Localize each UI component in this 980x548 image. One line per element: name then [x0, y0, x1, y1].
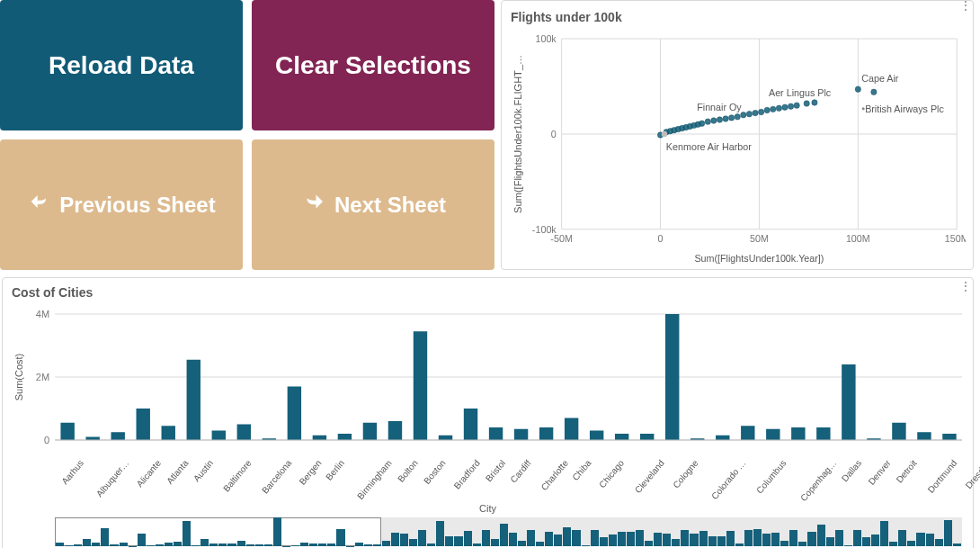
svg-text:-100k: -100k — [532, 224, 557, 235]
bar-chart-card: Cost of Cities 02M4MSum(Cost) AarhusAlbu… — [2, 277, 974, 548]
next-sheet-button[interactable]: Next Sheet — [252, 139, 494, 270]
svg-point-45 — [804, 101, 809, 106]
svg-text:Aer Lingus Plc: Aer Lingus Plc — [769, 87, 832, 98]
svg-text:Sum([FlightsUnder100k.FLIGHT_…: Sum([FlightsUnder100k.FLIGHT_… — [512, 55, 523, 213]
svg-rect-75 — [363, 423, 377, 440]
bar-category-label: Cleveland — [633, 458, 666, 495]
next-label: Next Sheet — [334, 193, 446, 218]
svg-text:100k: 100k — [535, 33, 557, 44]
bar-category-label: Alicante — [134, 458, 162, 489]
reload-label: Reload Data — [49, 51, 194, 80]
svg-point-39 — [764, 107, 770, 112]
svg-rect-86 — [640, 434, 654, 440]
bar-category-label: Bergen — [297, 458, 323, 487]
arrow-back-icon — [27, 189, 52, 220]
svg-text:0: 0 — [658, 233, 664, 244]
bar-category-label: Austin — [192, 458, 215, 483]
clear-selections-button[interactable]: Clear Selections — [252, 0, 494, 130]
svg-text:150M: 150M — [945, 233, 966, 244]
svg-point-35 — [741, 112, 746, 117]
svg-rect-69 — [212, 431, 226, 441]
svg-text:100M: 100M — [846, 233, 870, 244]
svg-rect-96 — [892, 423, 905, 440]
svg-point-46 — [812, 100, 817, 105]
bar-plot-area[interactable]: 02M4MSum(Cost) — [10, 309, 966, 453]
svg-point-31 — [717, 117, 722, 122]
svg-point-41 — [776, 105, 781, 111]
bar-category-label: Bradford — [452, 458, 482, 490]
svg-rect-65 — [111, 432, 124, 440]
svg-point-55 — [662, 131, 667, 137]
svg-rect-85 — [615, 434, 628, 440]
svg-rect-91 — [766, 429, 780, 440]
bar-category-label: Aarhus — [59, 458, 85, 486]
bar-category-label: Chicago — [597, 458, 626, 490]
svg-point-44 — [794, 103, 799, 108]
svg-rect-87 — [665, 314, 679, 440]
svg-rect-93 — [816, 427, 830, 440]
clear-label: Clear Selections — [275, 51, 471, 80]
svg-rect-94 — [842, 364, 855, 440]
chart-menu-icon[interactable] — [958, 3, 971, 15]
svg-point-47 — [855, 86, 860, 92]
svg-rect-82 — [539, 427, 553, 440]
bar-category-label: Boston — [422, 458, 447, 486]
scatter-plot-area[interactable]: -50M050M100M150M-100k0100kSum([FlightsUn… — [509, 30, 966, 265]
svg-point-36 — [746, 111, 752, 116]
bar-category-label: Copenhag… — [798, 458, 839, 503]
bar-category-label: Chiba — [571, 458, 593, 482]
bar-category-label: Columbus — [754, 458, 788, 496]
svg-text:Kenmore Air Harbor: Kenmore Air Harbor — [666, 141, 752, 152]
bar-category-label: Denver — [867, 458, 893, 487]
svg-rect-64 — [85, 437, 99, 441]
bar-category-label: Baltimore — [221, 458, 254, 493]
bar-category-label: Bolton — [396, 458, 420, 484]
action-button-grid: Reload Data Clear Selections Previous Sh… — [0, 0, 494, 270]
svg-point-40 — [771, 106, 776, 112]
bar-minimap-scrollbar[interactable] — [55, 517, 962, 546]
svg-point-42 — [782, 104, 788, 110]
bar-category-label: Colorado … — [709, 458, 748, 501]
svg-rect-92 — [791, 427, 805, 440]
bar-category-label: Dortmund — [926, 458, 959, 495]
svg-rect-76 — [388, 421, 402, 440]
svg-rect-77 — [414, 331, 427, 440]
svg-point-52 — [862, 107, 865, 110]
svg-point-43 — [788, 103, 793, 109]
svg-point-30 — [711, 118, 717, 123]
prev-label: Previous Sheet — [59, 193, 215, 218]
bar-category-label: Dallas — [840, 458, 863, 483]
svg-point-37 — [753, 110, 758, 115]
minimap-bars — [55, 517, 962, 546]
svg-text:Cape Air: Cape Air — [861, 73, 899, 84]
svg-text:4M: 4M — [36, 309, 49, 319]
svg-point-48 — [871, 89, 877, 94]
chart-menu-icon[interactable] — [958, 283, 971, 296]
svg-text:Sum([FlightsUnder100k.Year]): Sum([FlightsUnder100k.Year]) — [694, 253, 824, 264]
svg-rect-66 — [137, 409, 150, 440]
bar-x-labels: AarhusAlbuquer…AlicanteAtlantaAustinBalt… — [55, 453, 966, 503]
bar-category-label: Dresden — [963, 458, 980, 490]
svg-point-33 — [729, 115, 735, 121]
svg-rect-63 — [60, 423, 74, 440]
svg-rect-79 — [464, 409, 477, 440]
svg-text:50M: 50M — [750, 233, 769, 244]
reload-data-button[interactable]: Reload Data — [0, 0, 243, 130]
bar-title: Cost of Cities — [10, 283, 966, 305]
svg-point-38 — [758, 109, 763, 114]
bar-category-label: Cologne — [671, 458, 699, 490]
bar-category-label: Detroit — [895, 458, 919, 485]
svg-rect-73 — [313, 436, 326, 440]
svg-point-32 — [723, 116, 728, 121]
top-row: Reload Data Clear Selections Previous Sh… — [0, 0, 980, 270]
svg-rect-68 — [187, 360, 200, 440]
previous-sheet-button[interactable]: Previous Sheet — [0, 139, 243, 270]
svg-text:0: 0 — [551, 129, 557, 139]
arrow-forward-icon — [300, 188, 327, 221]
svg-point-28 — [699, 121, 705, 126]
svg-rect-97 — [917, 432, 931, 440]
bar-category-label: Charlotte — [539, 458, 570, 492]
svg-rect-72 — [288, 387, 301, 441]
bar-category-label: Berlin — [324, 458, 346, 482]
svg-text:British Airways Plc: British Airways Plc — [865, 103, 944, 114]
